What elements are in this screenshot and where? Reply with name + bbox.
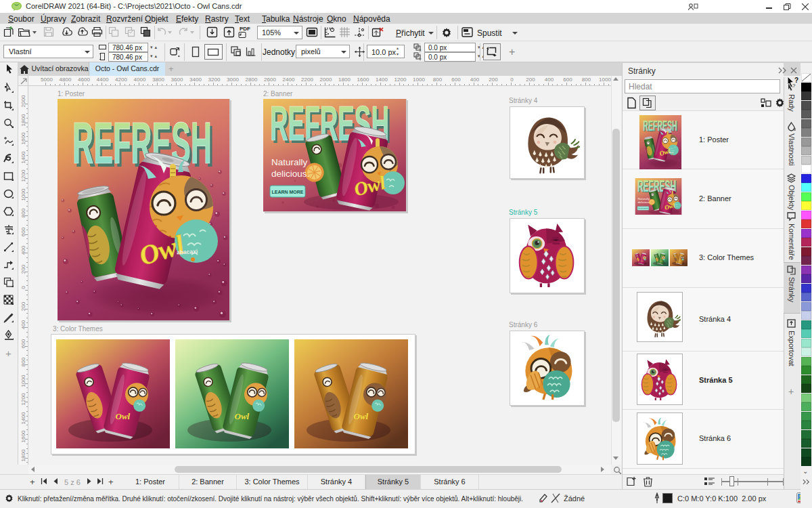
svg-text:?: ? xyxy=(794,77,798,84)
svg-text:x: x xyxy=(420,48,422,52)
svg-text:y: y xyxy=(420,57,422,61)
